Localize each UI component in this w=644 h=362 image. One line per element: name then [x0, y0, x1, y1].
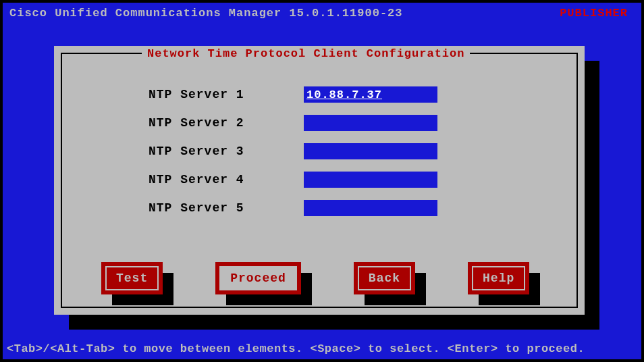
- dialog-wrap: Network Time Protocol Client Configurati…: [54, 46, 585, 315]
- ntp-form: NTP Server 1 NTP Server 2 NTP Server 3 N…: [149, 86, 527, 228]
- ntp-input-2[interactable]: [304, 115, 437, 131]
- ntp-row-4: NTP Server 4: [149, 172, 527, 188]
- ntp-label-4: NTP Server 4: [149, 173, 304, 186]
- help-button[interactable]: Help: [468, 262, 529, 294]
- ntp-label-2: NTP Server 2: [149, 116, 304, 130]
- back-button-wrap: Back: [354, 262, 415, 294]
- test-button[interactable]: Test: [101, 262, 163, 294]
- ntp-row-5: NTP Server 5: [149, 200, 527, 216]
- help-button-wrap: Help: [468, 262, 529, 294]
- back-button[interactable]: Back: [354, 262, 415, 294]
- role-badge: PUBLISHER: [560, 7, 628, 20]
- app-title: Cisco Unified Communications Manager 15.…: [9, 7, 403, 20]
- screen: Cisco Unified Communications Manager 15.…: [3, 3, 641, 359]
- ntp-input-3[interactable]: [304, 143, 437, 159]
- test-button-wrap: Test: [101, 262, 163, 294]
- dialog-title: Network Time Protocol Client Configurati…: [142, 47, 470, 60]
- ntp-row-1: NTP Server 1: [149, 86, 527, 103]
- title-bar: Cisco Unified Communications Manager 15.…: [3, 3, 641, 24]
- ntp-input-5[interactable]: [304, 200, 437, 216]
- ntp-label-5: NTP Server 5: [149, 201, 304, 215]
- ntp-input-4[interactable]: [304, 172, 437, 188]
- dialog: Network Time Protocol Client Configurati…: [54, 46, 585, 315]
- button-row: Test Proceed Back: [101, 262, 540, 294]
- ntp-row-3: NTP Server 3: [149, 143, 527, 159]
- ntp-label-3: NTP Server 3: [149, 145, 304, 158]
- ntp-label-1: NTP Server 1: [149, 88, 304, 101]
- proceed-button-wrap: Proceed: [215, 262, 301, 294]
- ntp-row-2: NTP Server 2: [149, 115, 527, 131]
- keyboard-hint: <Tab>/<Alt-Tab> to move between elements…: [7, 342, 585, 355]
- ntp-input-1[interactable]: [304, 86, 437, 103]
- proceed-button[interactable]: Proceed: [215, 262, 301, 294]
